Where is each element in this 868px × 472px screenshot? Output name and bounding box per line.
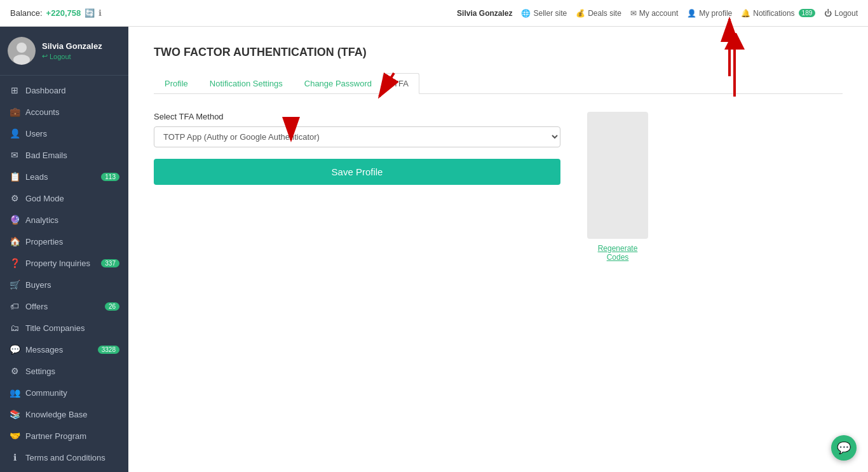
logout-label: Logout: [834, 9, 858, 18]
sidebar-item-partner-program[interactable]: 🤝Partner Program: [0, 425, 128, 447]
sidebar-item-label: Community: [25, 388, 67, 398]
notifications-badge: 189: [799, 9, 816, 17]
form-section: Select TFA Method TOTP App (Authy or Goo…: [154, 112, 649, 262]
tab-tfa[interactable]: TFA: [383, 73, 419, 94]
sidebar-item-label: Settings: [25, 367, 55, 376]
sidebar-item-community[interactable]: 👥Community: [0, 382, 128, 403]
sidebar-item-label: Title Companies: [25, 323, 85, 333]
sidebar-item-offers[interactable]: 🏷Offers26: [0, 295, 128, 317]
sidebar-icon: ⚙: [9, 366, 20, 376]
my-profile-link[interactable]: 👤 My profile: [687, 9, 732, 18]
sidebar-icon: 🤝: [9, 431, 20, 441]
sidebar-item-label: Terms and Conditions: [25, 453, 105, 462]
sidebar-item-label: Bad Emails: [25, 151, 67, 160]
qr-code-image: [587, 112, 648, 239]
topbar: Balance: +220,758 🔄 ℹ Silvia Gonzalez 🌐 …: [0, 0, 868, 27]
deals-site-link[interactable]: 💰 Deals site: [576, 9, 621, 18]
chat-bubble[interactable]: 💬: [831, 435, 857, 461]
tab-notification-settings[interactable]: Notification Settings: [199, 73, 294, 94]
topbar-right: Silvia Gonzalez 🌐 Seller site 💰 Deals si…: [457, 9, 858, 18]
sidebar-item-label: Messages: [25, 345, 63, 354]
sidebar-icon: 🛒: [9, 280, 20, 290]
sidebar-item-leads[interactable]: 📋Leads113: [0, 166, 128, 187]
regenerate-codes-link[interactable]: Regenerate Codes: [586, 244, 649, 262]
sidebar-badge: 26: [105, 302, 119, 311]
sidebar-item-terms-and-conditions[interactable]: ℹTerms and Conditions: [0, 447, 128, 468]
sidebar-nav: ⊞Dashboard💼Accounts👤Users✉Bad Emails📋Lea…: [0, 76, 128, 472]
seller-site-icon: 🌐: [521, 9, 531, 18]
logout-icon: ⏻: [824, 9, 832, 18]
sidebar-icon: 🔮: [9, 215, 20, 225]
sidebar-item-label: Users: [25, 129, 47, 138]
sidebar-icon: ℹ: [9, 452, 20, 462]
topbar-left: Balance: +220,758 🔄 ℹ: [10, 8, 102, 18]
sidebar-icon: 💬: [9, 344, 20, 354]
sidebar-item-label: Leads: [25, 172, 48, 182]
sidebar-item-property-inquiries[interactable]: ❓Property Inquiries337: [0, 252, 128, 274]
sidebar-icon: 💼: [9, 107, 20, 117]
layout: Silvia Gonzalez ↩ Logout ⊞Dashboard💼Acco…: [0, 27, 868, 472]
sidebar-badge: 337: [101, 259, 119, 267]
save-profile-button[interactable]: Save Profile: [154, 159, 560, 185]
avatar: [8, 37, 36, 65]
sidebar-item-label: Property Inquiries: [25, 259, 90, 268]
notifications-link[interactable]: 🔔 Notifications 189: [741, 9, 815, 18]
sidebar-item-properties[interactable]: 🏠Properties: [0, 231, 128, 252]
sidebar-icon: ⊞: [9, 85, 20, 95]
sidebar-icon: 📚: [9, 409, 20, 419]
sidebar-item-label: Offers: [25, 302, 48, 311]
sidebar-item-accounts[interactable]: 💼Accounts: [0, 101, 128, 123]
my-account-link[interactable]: ✉ My account: [630, 9, 678, 18]
sidebar-item-users[interactable]: 👤Users: [0, 123, 128, 144]
chat-icon: 💬: [837, 441, 851, 455]
sidebar-icon: 🗂: [9, 323, 20, 333]
sidebar-item-god-mode[interactable]: ⚙God Mode: [0, 187, 128, 209]
my-account-icon: ✉: [630, 9, 637, 18]
sidebar-item-analytics[interactable]: 🔮Analytics: [0, 209, 128, 231]
sidebar-item-label: Properties: [25, 237, 63, 246]
form-left: Select TFA Method TOTP App (Authy or Goo…: [154, 112, 560, 262]
logout-arrow-icon: ↩: [42, 52, 48, 60]
seller-site-link[interactable]: 🌐 Seller site: [521, 9, 567, 18]
tab-profile[interactable]: Profile: [154, 73, 199, 94]
sidebar-icon: 👤: [9, 128, 20, 138]
form-right: Regenerate Codes: [586, 112, 649, 262]
sidebar-logout-link[interactable]: ↩ Logout: [42, 52, 102, 60]
balance-icon: 🔄: [85, 8, 95, 18]
tfa-method-select[interactable]: TOTP App (Authy or Google Authenticator)…: [154, 126, 560, 147]
sidebar-icon: ⚙: [9, 193, 20, 203]
info-icon[interactable]: ℹ: [98, 8, 102, 18]
balance-value: +220,758: [46, 8, 81, 18]
notifications-label: Notifications: [753, 9, 794, 18]
sidebar-icon: 📋: [9, 172, 20, 182]
sidebar-item-label: God Mode: [25, 194, 64, 203]
sidebar-icon: 🏷: [9, 301, 20, 311]
main-content: TWO FACTOR AUTHENTICATION (TFA) ProfileN…: [128, 27, 868, 472]
sidebar-user-info: Silvia Gonzalez ↩ Logout: [42, 41, 102, 60]
sidebar-item-label: Accounts: [25, 107, 59, 117]
sidebar-user: Silvia Gonzalez ↩ Logout: [0, 27, 128, 76]
logout-link[interactable]: ⏻ Logout: [824, 9, 858, 18]
sidebar-item-bad-emails[interactable]: ✉Bad Emails: [0, 144, 128, 166]
main-inner: TWO FACTOR AUTHENTICATION (TFA) ProfileN…: [128, 27, 868, 281]
page-title: TWO FACTOR AUTHENTICATION (TFA): [154, 46, 843, 59]
sidebar-logout-label: Logout: [50, 53, 71, 60]
tab-change-password[interactable]: Change Password: [294, 73, 383, 94]
sidebar-item-label: Knowledge Base: [25, 410, 88, 419]
sidebar-icon: ❓: [9, 258, 20, 268]
sidebar-icon: 🏠: [9, 236, 20, 246]
sidebar-item-label: Partner Program: [25, 431, 86, 441]
sidebar-item-label: Buyers: [25, 280, 51, 290]
sidebar: Silvia Gonzalez ↩ Logout ⊞Dashboard💼Acco…: [0, 27, 128, 472]
sidebar-item-messages[interactable]: 💬Messages3328: [0, 339, 128, 360]
sidebar-item-label: Analytics: [25, 215, 58, 225]
sidebar-item-title-companies[interactable]: 🗂Title Companies: [0, 317, 128, 339]
sidebar-badge: 3328: [98, 346, 119, 354]
sidebar-icon: 👥: [9, 388, 20, 398]
deals-site-label: Deals site: [588, 9, 621, 18]
sidebar-item-buyers[interactable]: 🛒Buyers: [0, 274, 128, 295]
sidebar-item-knowledge-base[interactable]: 📚Knowledge Base: [0, 403, 128, 425]
balance-label: Balance:: [10, 8, 43, 18]
sidebar-item-dashboard[interactable]: ⊞Dashboard: [0, 79, 128, 101]
sidebar-item-settings[interactable]: ⚙Settings: [0, 360, 128, 382]
